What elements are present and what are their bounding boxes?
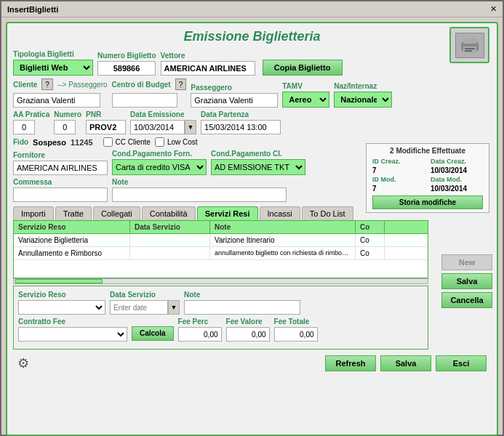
numero-label: Numero	[54, 110, 81, 118]
tab-collegati[interactable]: Collegati	[93, 206, 140, 220]
centro-budget-row-top: Centro di Budget ?	[112, 78, 187, 90]
fee-perc-input[interactable]	[178, 327, 222, 342]
data-mod-label: Data Mod.	[431, 176, 483, 183]
table-body: Variazione Biglietteria Varizione Itiner…	[14, 234, 428, 278]
cond-cl-label: Cond.Pagamento Cl.	[211, 150, 305, 158]
tab-incassi[interactable]: Incassi	[260, 206, 300, 220]
data-emissione-calendar-icon[interactable]: ▼	[185, 120, 196, 134]
vettore-label: Vettore	[161, 52, 255, 60]
footer-bar: ⚙ Refresh Salva Esci	[13, 352, 491, 374]
contratto-fee-select[interactable]	[18, 327, 127, 342]
close-icon[interactable]: ✕	[490, 4, 497, 14]
refresh-button[interactable]: Refresh	[325, 355, 376, 371]
vettore-input[interactable]	[161, 61, 255, 76]
contratto-fee-field: Contratto Fee	[18, 318, 127, 342]
footer-buttons: Refresh Salva Esci	[325, 355, 487, 371]
copia-btn-wrapper: Copia Biglietto	[260, 60, 343, 76]
copia-biglietto-button[interactable]: Copia Biglietto	[263, 60, 343, 76]
table-row[interactable]: Annullamento e Rimborso annullamento big…	[14, 247, 428, 260]
tab-to-do-list[interactable]: To Do List	[302, 206, 353, 220]
tab-servizi-resi[interactable]: Servizi Resi	[197, 206, 258, 220]
pnr-field: PNR	[86, 110, 126, 134]
cond-cl-select[interactable]: AD EMISSIONE TKT	[211, 159, 305, 175]
data-partenza-label: Data Partenza	[201, 110, 281, 118]
passeggero-field: Passeggero	[191, 84, 278, 108]
esci-button[interactable]: Esci	[436, 355, 487, 371]
th-data: Data Servizio	[130, 221, 210, 233]
note-top-input[interactable]	[112, 187, 287, 202]
id-creaz-value: 7	[372, 166, 425, 174]
id-mod-value: 7	[372, 185, 425, 193]
centro-budget-help-button[interactable]: ?	[175, 78, 187, 90]
bottom-form: Servizio Reso Data Servizio ▼ Note	[13, 286, 428, 350]
bottom-data-wrapper: ▼	[110, 300, 180, 315]
bottom-data-field: Data Servizio ▼	[110, 291, 180, 315]
modifications-title: 2 Modifiche Effettuate	[372, 147, 483, 155]
fee-valore-field: Fee Valore	[226, 318, 270, 342]
low-cost-checkbox[interactable]	[155, 137, 164, 147]
salva-side-button[interactable]: Salva	[441, 273, 492, 289]
bottom-note-label: Note	[184, 291, 423, 299]
aa-pratica-input[interactable]	[13, 120, 35, 134]
tab-importi[interactable]: Importi	[13, 206, 54, 220]
gear-icon[interactable]: ⚙	[17, 355, 29, 371]
data-creaz-label: Data Creaz.	[431, 158, 483, 165]
th-servizio: Servizio Reso	[14, 221, 130, 233]
cond-cl-field: Cond.Pagamento Cl. AD EMISSIONE TKT	[211, 150, 305, 175]
bottom-servizio-field: Servizio Reso	[18, 291, 105, 315]
fee-totale-input[interactable]	[274, 327, 318, 342]
centro-budget-label: Centro di Budget	[112, 81, 171, 89]
table-row[interactable]: Variazione Biglietteria Varizione Itiner…	[14, 234, 428, 247]
note-top-field: Note	[112, 178, 287, 202]
salva-footer-button[interactable]: Salva	[380, 355, 431, 371]
tamv-select[interactable]: Aereo	[282, 92, 329, 108]
tab-tratte[interactable]: Tratte	[55, 206, 92, 220]
cond-forn-select[interactable]: Carta di credito VISA	[112, 159, 207, 175]
vettore-field: Vettore	[161, 52, 255, 76]
tamv-label: TAMV	[282, 82, 329, 90]
bottom-data-label: Data Servizio	[110, 291, 180, 299]
contratto-fee-label: Contratto Fee	[18, 318, 127, 326]
cliente-input[interactable]	[13, 93, 100, 108]
cancella-button[interactable]: Cancella	[441, 292, 492, 308]
passeggero-input[interactable]	[191, 93, 278, 108]
centro-budget-input[interactable]	[112, 93, 177, 108]
naz-internaz-select[interactable]: Nazionale	[334, 92, 392, 108]
fornitore-input[interactable]	[13, 161, 108, 175]
bottom-data-input[interactable]	[110, 300, 168, 315]
calcola-button[interactable]: Calcola	[132, 326, 174, 341]
bottom-note-field: Note	[184, 291, 423, 315]
window-title: InsertBiglietti	[7, 5, 58, 14]
horizontal-scrollbar[interactable]	[13, 278, 428, 284]
data-partenza-input[interactable]	[201, 120, 281, 134]
pnr-input[interactable]	[86, 120, 126, 134]
cliente-row-top: Cliente ? --> Passeggero	[13, 78, 108, 90]
bottom-data-calendar-icon[interactable]: ▼	[168, 300, 180, 315]
main-content: Emissione Biglietteria Tipologia Bigliet…	[6, 22, 498, 436]
bottom-note-input[interactable]	[184, 300, 300, 315]
bottom-servizio-select[interactable]	[18, 300, 105, 315]
modifications-box: 2 Modifiche Effettuate ID Creaz. Data Cr…	[366, 143, 489, 213]
storia-modifiche-button[interactable]: Storia modifiche	[372, 195, 483, 209]
commessa-input[interactable]	[13, 187, 108, 202]
fee-valore-input[interactable]	[226, 327, 270, 342]
services-table: Servizio Reso Data Servizio Note Co Vari…	[13, 220, 428, 278]
fee-perc-field: Fee Perc	[178, 318, 222, 342]
data-emissione-input[interactable]	[130, 120, 185, 134]
tipologia-select[interactable]: Biglietti Web	[13, 60, 93, 76]
cliente-help-button[interactable]: ?	[41, 78, 53, 90]
passeggero-link[interactable]: --> Passeggero	[57, 81, 108, 89]
numero-biglietto-input[interactable]	[97, 61, 156, 76]
table-wrapper: Servizio Reso Data Servizio Note Co Vari…	[13, 220, 428, 284]
new-button[interactable]: New	[441, 254, 492, 270]
fornitore-field: Fornitore	[13, 151, 108, 175]
numero-input[interactable]	[54, 120, 76, 134]
svg-rect-2	[463, 47, 476, 53]
tab-contabilita[interactable]: Contabilità	[142, 206, 196, 220]
main-window: InsertBiglietti ✕ Emissione Biglietteria…	[0, 0, 504, 436]
commessa-label: Commessa	[13, 178, 108, 186]
cc-cliente-checkbox[interactable]	[103, 137, 113, 147]
centro-budget-field: Centro di Budget ?	[112, 78, 187, 108]
pnr-label: PNR	[86, 110, 126, 118]
svg-rect-1	[463, 38, 476, 44]
